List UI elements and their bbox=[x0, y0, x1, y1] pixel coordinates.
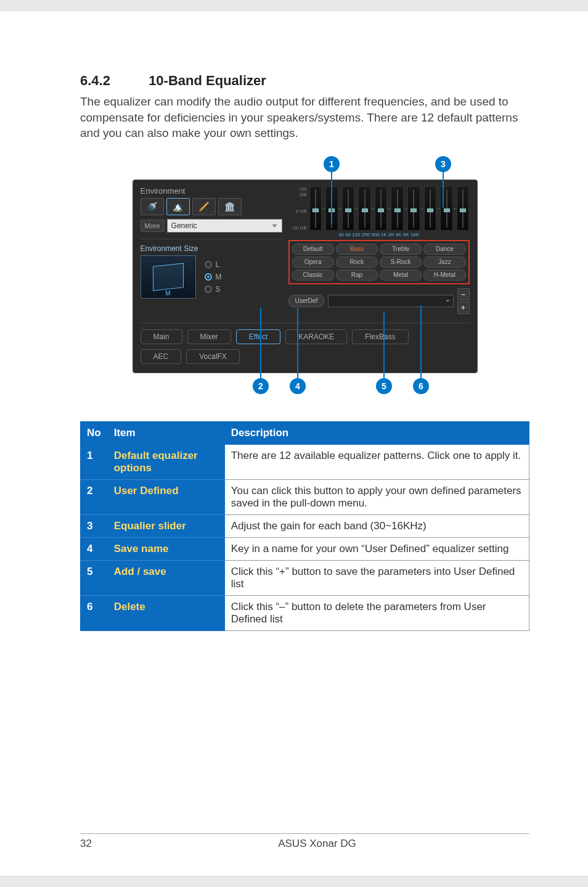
cell-desc: Click this “+” button to save the parame… bbox=[224, 560, 529, 595]
table-row: 2 User Defined You can click this button… bbox=[81, 479, 529, 514]
table-row: 6 Delete Click this “–” button to delete… bbox=[81, 595, 529, 630]
env-icon-pipe[interactable]: 🪈 bbox=[192, 198, 216, 215]
env-icon-bathroom[interactable]: 🚿 bbox=[141, 198, 164, 215]
eq-thumb bbox=[444, 208, 450, 212]
preset-jazz[interactable]: Jazz bbox=[423, 257, 465, 268]
room-cube-icon bbox=[153, 263, 184, 291]
table-row: 3 Equalier slider Adjust the gain for ea… bbox=[81, 514, 529, 537]
cell-item: User Defined bbox=[107, 479, 224, 514]
callout-line-5 bbox=[383, 311, 385, 378]
radio-label: S bbox=[216, 285, 221, 294]
userdef-row: UserDef – + bbox=[288, 288, 470, 314]
cell-no: 2 bbox=[81, 479, 108, 514]
room-preview: M bbox=[141, 255, 196, 299]
tab-mixer[interactable]: Mixer bbox=[187, 329, 231, 344]
environment-title: Environment bbox=[141, 186, 282, 196]
radio-label: L bbox=[216, 260, 220, 269]
eq-thumb bbox=[362, 208, 368, 212]
preset-rap[interactable]: Rap bbox=[336, 270, 378, 281]
eq-ytick: 0 DB bbox=[291, 208, 307, 214]
intro-paragraph: The equalizer can modify the audio outpu… bbox=[80, 94, 529, 141]
cell-no: 4 bbox=[81, 537, 108, 560]
radio-icon bbox=[205, 273, 212, 281]
eq-slider-10[interactable] bbox=[457, 186, 470, 231]
preset-name-input[interactable] bbox=[328, 295, 453, 307]
preset-dance[interactable]: Dance bbox=[423, 244, 465, 255]
eq-ytick: +20 DB bbox=[291, 186, 307, 197]
section-number: 6.4.2 bbox=[80, 73, 145, 89]
cell-item: Default equalizer options bbox=[107, 444, 224, 479]
callout-1: 1 bbox=[324, 156, 340, 172]
preset-rock[interactable]: Rock bbox=[336, 257, 378, 268]
eq-thumb bbox=[427, 208, 433, 212]
cell-no: 1 bbox=[81, 444, 108, 479]
eq-thumb bbox=[394, 208, 401, 212]
preset-srock[interactable]: S-Rock bbox=[380, 257, 422, 268]
environment-block: Environment 🚿 🏔️ 🪈 🏛️ More Generic Envir… bbox=[141, 186, 282, 314]
callout-4: 4 bbox=[290, 378, 306, 394]
tab-aec[interactable]: AEC bbox=[141, 349, 182, 364]
preset-default[interactable]: Default bbox=[292, 244, 334, 255]
callout-line-2 bbox=[260, 308, 261, 378]
env-icon-hall[interactable]: 🏛️ bbox=[218, 198, 242, 215]
callout-line-4 bbox=[297, 308, 298, 378]
add-button[interactable]: + bbox=[457, 302, 470, 314]
preset-hmetal[interactable]: H-Metal bbox=[423, 270, 465, 281]
preset-classic[interactable]: Classic bbox=[292, 270, 334, 281]
cell-desc: Click this “–” button to delete the para… bbox=[224, 595, 529, 630]
delete-button[interactable]: – bbox=[457, 288, 470, 300]
cell-no: 5 bbox=[81, 560, 108, 595]
preset-treble[interactable]: Treble bbox=[380, 244, 422, 255]
environment-select[interactable]: Generic bbox=[167, 219, 282, 233]
figure: 1 3 Environment 🚿 🏔️ 🪈 🏛️ More bbox=[80, 156, 529, 373]
tab-main[interactable]: Main bbox=[141, 329, 182, 344]
size-radio-s[interactable]: S bbox=[205, 285, 222, 294]
eq-ytick: -20 DB bbox=[291, 225, 307, 231]
radio-icon bbox=[205, 286, 212, 293]
size-radio-group: L M S bbox=[205, 260, 222, 294]
eq-x-axis: 30 60 120 250 500 1K 2K 4K 8K 16K bbox=[288, 232, 470, 237]
environment-size-title: Environment Size bbox=[141, 239, 282, 253]
radio-icon bbox=[205, 261, 212, 268]
eq-slider-6[interactable] bbox=[391, 186, 404, 231]
cell-desc: There are 12 available equalizer pattern… bbox=[224, 444, 529, 479]
eq-slider-4[interactable] bbox=[358, 186, 371, 231]
preset-bass[interactable]: Bass bbox=[336, 244, 378, 255]
preset-opera[interactable]: Opera bbox=[292, 257, 334, 268]
preset-grid: Default Bass Treble Dance Opera Rock S-R… bbox=[288, 240, 470, 284]
cell-item: Save name bbox=[107, 537, 224, 560]
tab-effect[interactable]: Effect bbox=[236, 329, 280, 344]
cell-item: Equalier slider bbox=[107, 514, 224, 537]
eq-slider-5[interactable] bbox=[375, 186, 388, 231]
callout-3: 3 bbox=[435, 156, 451, 172]
eq-thumb bbox=[460, 208, 466, 212]
preset-metal[interactable]: Metal bbox=[380, 270, 422, 281]
eq-slider-3[interactable] bbox=[342, 186, 355, 231]
table-row: 5 Add / save Click this “+” button to sa… bbox=[81, 560, 529, 595]
eq-slider-8[interactable] bbox=[424, 186, 437, 231]
section-heading: 6.4.2 10-Band Equalizer bbox=[80, 73, 529, 89]
eq-slider-7[interactable] bbox=[407, 186, 420, 231]
eq-y-axis: +20 DB 0 DB -20 DB bbox=[291, 186, 308, 231]
radio-label: M bbox=[216, 273, 222, 281]
callout-5: 5 bbox=[376, 378, 392, 394]
more-button[interactable]: More bbox=[141, 220, 165, 232]
table-body: 1 Default equalizer options There are 12… bbox=[81, 444, 529, 630]
tab-karaoke[interactable]: KARAOKE bbox=[285, 329, 347, 344]
userdef-button[interactable]: UserDef bbox=[288, 295, 325, 307]
tab-vocalfx[interactable]: VocalFX bbox=[186, 349, 240, 364]
eq-slider-1[interactable] bbox=[309, 186, 322, 231]
cell-no: 6 bbox=[81, 595, 108, 630]
callout-line-6 bbox=[420, 305, 422, 378]
size-radio-m[interactable]: M bbox=[205, 273, 222, 281]
tab-flexbass[interactable]: FlexBass bbox=[352, 329, 408, 344]
th-no: No bbox=[81, 421, 108, 444]
audio-panel: Environment 🚿 🏔️ 🪈 🏛️ More Generic Envir… bbox=[133, 179, 478, 373]
size-radio-l[interactable]: L bbox=[205, 260, 222, 269]
eq-thumb bbox=[312, 208, 319, 212]
env-icon-mountain[interactable]: 🏔️ bbox=[166, 198, 190, 215]
th-item: Item bbox=[107, 421, 224, 444]
section-title-text: 10-Band Equalizer bbox=[149, 73, 266, 88]
callout-line-1 bbox=[331, 172, 332, 224]
table-row: 4 Save name Key in a name for your own “… bbox=[81, 537, 529, 560]
